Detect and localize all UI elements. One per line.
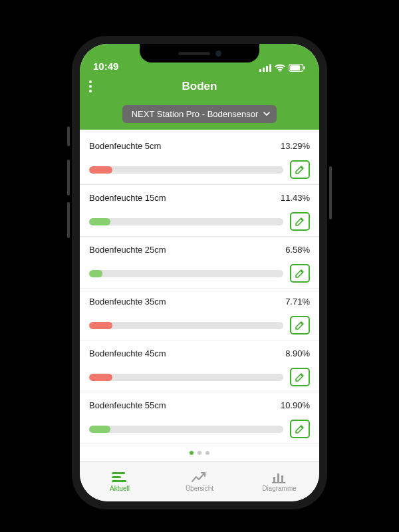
sensor-progress-fill [89, 166, 112, 174]
sensor-label: Bodenfeuchte 5cm [89, 141, 161, 151]
edit-button[interactable] [290, 368, 310, 386]
status-time: 10:49 [93, 61, 118, 72]
wifi-icon [275, 64, 285, 72]
pencil-icon [295, 320, 305, 331]
pencil-icon [295, 424, 305, 434]
sensor-progress-bar [89, 374, 283, 381]
page-dot[interactable] [190, 451, 194, 455]
menu-button[interactable] [89, 80, 92, 92]
sensor-row: Bodenfeuchte 35cm7.71% [80, 289, 319, 340]
battery-icon [289, 64, 306, 72]
edit-button[interactable] [290, 212, 310, 231]
svg-rect-14 [272, 482, 285, 483]
svg-point-4 [279, 70, 281, 72]
edit-button[interactable] [290, 264, 310, 283]
sensor-label: Bodenfeuchte 25cm [89, 245, 166, 255]
app-header: Boden [80, 73, 319, 100]
sensor-progress-bar [89, 322, 283, 329]
svg-rect-0 [259, 69, 261, 72]
edit-button[interactable] [290, 160, 310, 179]
svg-rect-10 [112, 480, 126, 482]
sensor-row: Bodenfeuchte 5cm13.29% [80, 133, 319, 185]
sensor-row: Bodenfeuchte 15cm11.43% [80, 185, 319, 237]
station-selector[interactable]: NEXT Station Pro - Bodensensor [122, 105, 277, 123]
sensor-progress-fill [89, 270, 102, 277]
tab-diagramme[interactable]: Diagramme [239, 462, 319, 501]
sensor-list[interactable]: Bodenfeuchte 5cm13.29%Bodenfeuchte 15cm1… [80, 133, 319, 462]
edit-button[interactable] [290, 420, 310, 438]
station-selector-label: NEXT Station Pro - Bodensensor [132, 109, 259, 119]
svg-rect-6 [303, 66, 305, 70]
sensor-row: Bodenfeuchte 45cm8.90% [80, 340, 319, 392]
page-indicator [80, 444, 319, 459]
svg-rect-11 [273, 477, 275, 482]
mute-switch [67, 126, 70, 146]
sensor-label: Bodenfeuchte 15cm [89, 193, 166, 203]
svg-rect-1 [263, 68, 265, 72]
sensor-progress-bar [89, 166, 283, 174]
pencil-icon [295, 164, 305, 175]
page-title: Boden [182, 80, 217, 93]
sensor-row: Bodenfeuchte 55cm10.90% [80, 392, 319, 444]
notch [140, 44, 259, 63]
sensor-progress-fill [89, 218, 110, 225]
sensor-value: 10.90% [281, 400, 310, 410]
tab-label: Aktuell [110, 485, 130, 492]
sensor-progress-fill [89, 322, 112, 329]
power-button [329, 166, 332, 219]
chevron-down-icon [263, 112, 270, 116]
sensor-value: 6.58% [285, 245, 310, 255]
sensor-progress-bar [89, 270, 283, 277]
svg-rect-12 [277, 473, 279, 482]
sensor-value: 8.90% [285, 348, 310, 358]
pencil-icon [295, 216, 305, 227]
sensor-value: 11.43% [281, 193, 310, 203]
phone-frame: 10:49 Boden [69, 33, 330, 512]
pencil-icon [295, 372, 305, 382]
sensor-progress-fill [89, 426, 110, 433]
tab-label: Übersicht [186, 485, 213, 492]
svg-rect-3 [269, 65, 271, 72]
svg-rect-9 [112, 476, 121, 478]
sensor-progress-fill [89, 374, 112, 381]
tab-aktuell[interactable]: Aktuell [80, 462, 160, 501]
screen: 10:49 Boden [80, 44, 319, 501]
sensor-value: 13.29% [281, 141, 310, 151]
bars-left-icon [112, 471, 128, 483]
edit-button[interactable] [290, 316, 310, 334]
trend-up-icon [192, 471, 207, 483]
tab-bar: Aktuell Übersicht Diagramme [80, 461, 319, 501]
sensor-value: 7.71% [285, 297, 310, 307]
svg-rect-7 [290, 65, 300, 70]
tab-ubersicht[interactable]: Übersicht [160, 462, 239, 501]
sensor-label: Bodenfeuchte 55cm [89, 400, 166, 410]
cellular-icon [259, 64, 271, 72]
tab-label: Diagramme [262, 485, 297, 492]
page-dot[interactable] [198, 451, 201, 455]
sensor-progress-bar [89, 218, 283, 225]
sensor-progress-bar [89, 426, 283, 433]
bar-chart-icon [271, 471, 287, 483]
svg-rect-2 [266, 66, 268, 72]
svg-rect-8 [112, 472, 125, 474]
sensor-label: Bodenfeuchte 45cm [89, 348, 166, 358]
volume-up-button [67, 160, 70, 196]
sensor-label: Bodenfeuchte 35cm [89, 297, 166, 307]
sensor-row: Bodenfeuchte 25cm6.58% [80, 237, 319, 289]
svg-rect-13 [281, 475, 283, 482]
pencil-icon [295, 268, 305, 279]
station-selector-wrap: NEXT Station Pro - Bodensensor [80, 100, 319, 130]
page-dot[interactable] [205, 451, 209, 455]
volume-down-button [67, 202, 70, 238]
